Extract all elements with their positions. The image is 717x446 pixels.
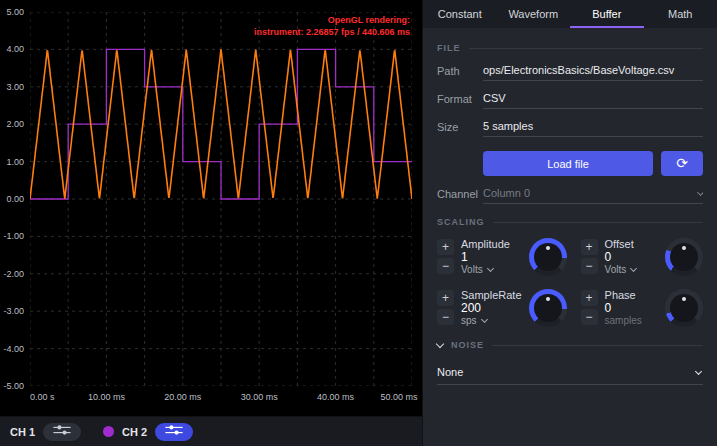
opengl-stats-line1: OpenGL rendering: [254,14,410,26]
control-phase: + − Phase 0 samples [581,288,703,327]
ch1-label: CH 1 [10,426,35,438]
noise-section-title: NOISE [451,340,484,350]
noise-type-dropdown[interactable]: None [437,360,703,385]
y-axis-tick: -4.00 [0,344,24,354]
y-axis-tick: 5.00 [0,7,24,17]
amplitude-input[interactable]: 1 [461,250,522,264]
scaling-section-title: SCALING [437,217,485,227]
unit-dropdown[interactable]: Volts [461,264,522,275]
x-axis-labels: 0.00 s10.00 ms20.00 ms30.00 ms40.00 ms50… [30,390,412,404]
decrement-button[interactable]: − [437,309,454,325]
control-offset: + − Offset 0 Volts [581,237,703,276]
channel-bar: CH 1 CH 2 [0,416,422,446]
tune-icon [51,424,73,439]
increment-button[interactable]: + [581,290,598,306]
tab-buffer[interactable]: Buffer [570,0,644,28]
file-section-title: FILE [437,43,461,53]
chevron-down-icon [487,265,494,272]
control-fields: Offset 0 Volts [605,237,658,276]
ch1-toggle-button[interactable] [43,423,81,441]
control-label: SampleRate [461,289,522,301]
x-axis-tick: 10.00 ms [88,392,125,402]
chevron-down-icon [695,367,702,374]
section-divider [492,345,703,346]
unit-label: samples [605,315,658,326]
section-divider [493,222,704,223]
y-axis-tick: -5.00 [0,381,24,391]
ch2-color-dot [103,426,114,437]
scope-section: 5.004.003.002.001.000.00-1.00-2.00-3.00-… [0,0,422,446]
tab-math[interactable]: Math [644,0,717,28]
tab-constant[interactable]: Constant [423,0,497,28]
size-value: 5 samples [483,120,703,137]
channel-dropdown[interactable]: Column 0 [483,187,703,204]
y-axis-tick: 2.00 [0,119,24,129]
increment-button[interactable]: + [581,239,598,255]
chevron-down-icon [481,316,488,323]
refresh-button[interactable]: ⟳ [661,151,703,176]
x-axis-tick: 20.00 ms [164,392,201,402]
channel-row: Channel Column 0 [437,187,703,204]
chevron-down-icon [436,339,444,347]
x-axis-tick: 50.00 ms [381,392,418,402]
y-axis-tick: 0.00 [0,194,24,204]
mode-tabs: Constant Waveform Buffer Math [423,0,717,28]
size-row: Size 5 samples [437,120,703,137]
control-amplitude: + − Amplitude 1 Volts [437,237,567,276]
offset-knob[interactable] [665,238,703,276]
phase-knob[interactable] [665,289,703,327]
unit-dropdown[interactable]: Volts [605,264,658,275]
ch2-label: CH 2 [122,426,147,438]
format-label: Format [437,93,483,109]
decrement-button[interactable]: − [581,258,598,274]
path-label: Path [437,65,483,81]
amplitude-knob[interactable] [529,238,567,276]
y-axis-tick: -2.00 [0,269,24,279]
ch2-toggle-button[interactable] [155,423,193,441]
stepper-buttons: + − [581,237,598,276]
y-axis-tick: -3.00 [0,306,24,316]
unit-dropdown[interactable]: sps [461,315,522,326]
x-axis-tick: 40.00 ms [317,392,354,402]
load-file-button[interactable]: Load file [483,151,653,176]
decrement-button[interactable]: − [581,309,598,325]
file-section-header: FILE [437,43,703,53]
noise-value: None [437,366,696,378]
load-row: Load file ⟳ [483,151,703,176]
control-fields: SampleRate 200 sps [461,288,522,327]
control-samplerate: + − SampleRate 200 sps [437,288,567,327]
increment-button[interactable]: + [437,290,454,306]
offset-input[interactable]: 0 [605,250,658,264]
scaling-controls: + − Amplitude 1 Volts + − [437,237,703,327]
channel-value: Column 0 [483,187,530,199]
phase-input[interactable]: 0 [605,301,658,315]
refresh-icon: ⟳ [676,155,688,171]
tune-icon [163,424,185,439]
control-label: Amplitude [461,238,522,250]
y-axis-tick: -1.00 [0,231,24,241]
buffer-settings: FILE Path ops/ElectronicsBasics/BaseVolt… [423,28,717,446]
path-input[interactable]: ops/ElectronicsBasics/BaseVoltage.csv [483,64,703,81]
scope-plot-area: 5.004.003.002.001.000.00-1.00-2.00-3.00-… [0,0,422,416]
x-axis-tick: 30.00 ms [241,392,278,402]
size-label: Size [437,121,483,137]
control-label: Offset [605,238,658,250]
stepper-buttons: + − [437,237,454,276]
chevron-down-icon [630,265,637,272]
opengl-stats: OpenGL rendering: instrument: 2.26857 fp… [254,14,410,38]
tab-waveform[interactable]: Waveform [497,0,571,28]
y-axis-tick: 1.00 [0,157,24,167]
decrement-button[interactable]: − [437,258,454,274]
control-label: Phase [605,289,658,301]
samplerate-knob[interactable] [529,289,567,327]
waveform-plot [30,12,412,386]
section-divider [469,48,704,49]
increment-button[interactable]: + [437,239,454,255]
noise-section-header[interactable]: NOISE [437,340,703,350]
channel-label: Channel [437,188,483,204]
y-axis-tick: 3.00 [0,82,24,92]
samplerate-input[interactable]: 200 [461,301,522,315]
format-input[interactable]: CSV [483,92,703,109]
chevron-down-icon [697,188,703,195]
y-axis-tick: 4.00 [0,44,24,54]
